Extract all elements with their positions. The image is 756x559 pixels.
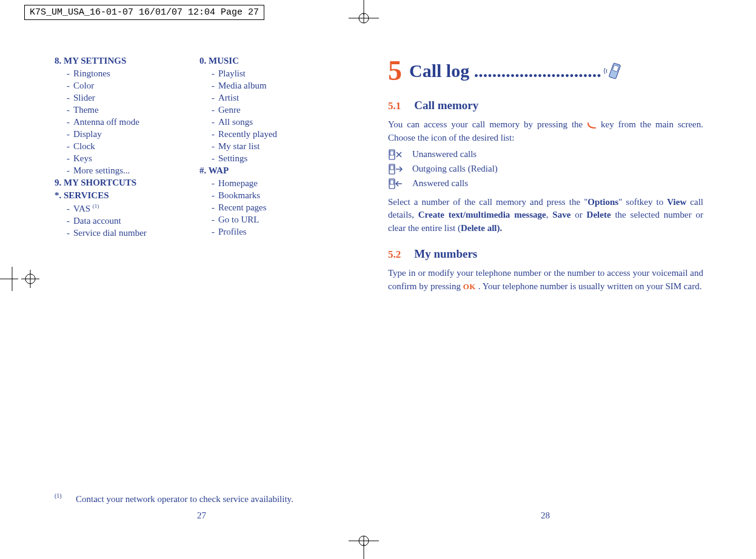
list-item: -My star list [212, 141, 342, 152]
list-item: -Service dial number [67, 228, 197, 238]
menu-column-1: 8. MY SETTINGS -Ringtones -Color -Slider… [55, 55, 197, 240]
section-title-my-numbers: My numbers [414, 247, 477, 260]
list-item: -Keys [67, 153, 197, 164]
section-number-51: 5.1 [388, 100, 401, 112]
list-item: -Color [67, 81, 197, 91]
mobile-phone-icon [601, 62, 626, 80]
outgoing-calls-icon [388, 163, 404, 175]
list-item: -Antenna off mode [67, 117, 197, 127]
list-item: -VAS (1) [67, 203, 197, 214]
chapter-title: Call log ............................ [409, 61, 601, 81]
list-item: -Profiles [212, 227, 342, 237]
unanswered-calls-icon [388, 149, 404, 161]
call-label: Answered calls [412, 178, 468, 189]
list-item: -Settings [212, 153, 342, 164]
footnote-text: Contact your network operator to check s… [76, 494, 293, 504]
call-types-list: Unanswered calls Outgoing calls (Redial)… [388, 149, 703, 190]
list-item: -Display [67, 129, 197, 139]
list-item: -Recent pages [212, 203, 342, 213]
call-label: Unanswered calls [412, 149, 477, 159]
list-item: -Homepage [212, 178, 342, 189]
crop-mark-left2-icon [21, 267, 39, 291]
list-item: -Ringtones [67, 69, 197, 79]
crop-mark-left-icon [0, 267, 24, 291]
list-item: -Data account [67, 216, 197, 226]
svg-rect-23 [390, 180, 394, 184]
list-item: Outgoing calls (Redial) [388, 163, 703, 175]
call-label: Outgoing calls (Redial) [412, 164, 498, 174]
section-title-call-memory: Call memory [414, 99, 478, 112]
heading-my-shortcuts: 9. MY SHORTCUTS [55, 178, 197, 188]
page-number-right: 28 [541, 510, 550, 521]
svg-rect-20 [390, 166, 394, 170]
page-number-left: 27 [197, 510, 206, 521]
body-paragraph: Select a number of the call memory and p… [388, 196, 703, 235]
body-paragraph: You can access your call memory by press… [388, 118, 703, 145]
list-item: -Theme [67, 105, 197, 115]
page-right: 5 Call log ............................ … [388, 55, 703, 293]
ok-key-icon: OK [463, 282, 476, 291]
list-item: Unanswered calls [388, 149, 703, 161]
menu-column-2: 0. MUSIC -Playlist -Media album -Artist … [199, 55, 342, 239]
list-item: -Genre [212, 105, 342, 115]
list-item: -Playlist [212, 69, 342, 79]
answered-calls-icon [388, 178, 404, 190]
heading-services: *. SERVICES [55, 190, 197, 201]
list-item: -Clock [67, 141, 197, 152]
list-item: -Slider [67, 93, 197, 103]
page-left: 8. MY SETTINGS -Ringtones -Color -Slider… [55, 55, 346, 240]
list-item: Answered calls [388, 178, 703, 190]
footnote-ref: (1) [55, 492, 62, 499]
print-header: K7S_UM_USA_16-01-07 16/01/07 12:04 Page … [24, 5, 264, 20]
list-item: -Artist [212, 93, 342, 103]
crop-mark-top-icon [340, 0, 388, 24]
list-item: -Media album [212, 81, 342, 91]
list-item: -Recently played [212, 129, 342, 139]
call-key-icon [587, 122, 597, 129]
body-paragraph: Type in or modify your telephone number … [388, 267, 703, 293]
heading-music: 0. MUSIC [199, 56, 342, 66]
list-item: -Bookmarks [212, 190, 342, 201]
heading-my-settings: 8. MY SETTINGS [55, 56, 197, 66]
svg-rect-16 [390, 151, 394, 155]
heading-wap: #. WAP [199, 166, 342, 176]
list-item: -Go to URL [212, 215, 342, 225]
list-item: -More settings... [67, 166, 197, 176]
crop-mark-bottom-icon [340, 535, 388, 559]
section-number-52: 5.2 [388, 249, 401, 260]
chapter-number: 5 [388, 55, 402, 87]
list-item: -All songs [212, 117, 342, 127]
